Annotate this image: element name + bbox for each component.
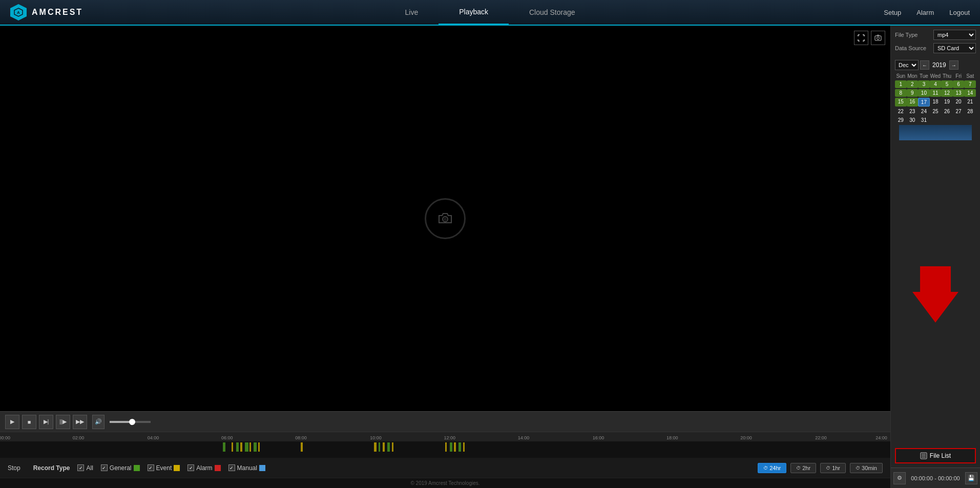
- cal-day-10[interactable]: 10: [918, 89, 930, 97]
- slow-forward-button[interactable]: ||▶: [56, 415, 70, 429]
- alarm-link[interactable]: Alarm: [916, 9, 934, 16]
- time-ctrl-30min[interactable]: ⏱ 30min: [850, 463, 883, 473]
- volume-slider[interactable]: [110, 421, 151, 423]
- time-label-4: 04:00: [148, 435, 159, 440]
- filter-all-label: All: [86, 464, 93, 472]
- svg-rect-2: [875, 36, 881, 40]
- prev-month-button[interactable]: ←: [920, 60, 929, 70]
- cal-day-3[interactable]: 3: [918, 80, 930, 88]
- data-source-select[interactable]: SD Card Cloud: [933, 43, 976, 53]
- filter-general-checkbox[interactable]: ✓: [101, 464, 108, 471]
- filter-alarm-label: Alarm: [196, 464, 212, 472]
- playback-controls-bar: ▶ ■ ▶| ||▶ ▶▶ 🔊: [0, 411, 890, 432]
- step-forward-button[interactable]: ▶|: [39, 415, 53, 429]
- time-ctrl-1hr-label: 1hr: [832, 465, 840, 471]
- timeline-tracks-row[interactable]: [0, 441, 890, 458]
- logout-link[interactable]: Logout: [949, 9, 970, 16]
- filter-event-label: Event: [156, 464, 172, 472]
- timeline-labels-row: 00:00 02:00 04:00 06:00 08:00 10:00 12:0…: [0, 432, 890, 441]
- cal-day-4[interactable]: 4: [930, 80, 942, 88]
- svg-text:A: A: [17, 10, 20, 15]
- setup-link[interactable]: Setup: [884, 9, 901, 16]
- day-name-tue: Tue: [918, 73, 930, 79]
- stop-button[interactable]: ■: [22, 415, 36, 429]
- rec-block: [301, 442, 302, 452]
- cal-day-2[interactable]: 2: [907, 80, 919, 88]
- cal-day-20[interactable]: 20: [953, 98, 965, 107]
- filter-general-color: [134, 465, 140, 471]
- time-ctrl-30min-icon: ⏱: [856, 465, 860, 471]
- rec-block: [232, 442, 233, 452]
- cal-day-28[interactable]: 28: [964, 108, 976, 115]
- cal-day-18[interactable]: 18: [930, 98, 942, 107]
- filter-alarm-checkbox[interactable]: ✓: [187, 464, 194, 471]
- rec-block: [450, 442, 452, 452]
- cal-day-empty-2: [941, 116, 953, 124]
- sidebar-settings-button[interactable]: ⚙: [893, 472, 906, 484]
- cal-day-23[interactable]: 23: [907, 108, 919, 115]
- file-type-select[interactable]: mp4 avi: [933, 30, 976, 40]
- cal-day-22[interactable]: 22: [895, 108, 907, 115]
- cal-day-29[interactable]: 29: [895, 116, 907, 124]
- cal-day-19[interactable]: 19: [941, 98, 953, 107]
- cal-day-24[interactable]: 24: [918, 108, 930, 115]
- cal-day-15[interactable]: 15: [895, 98, 907, 107]
- cal-day-7[interactable]: 7: [964, 80, 976, 88]
- nav-right: Setup Alarm Logout: [884, 9, 970, 16]
- cal-day-25[interactable]: 25: [930, 108, 942, 115]
- cal-day-12[interactable]: 12: [941, 89, 953, 97]
- cal-day-31[interactable]: 31: [918, 116, 930, 124]
- month-select[interactable]: Dec Jan Nov: [895, 60, 919, 70]
- time-ctrl-1hr[interactable]: ⏱ 1hr: [820, 463, 846, 473]
- footer: © 2019 Amcrest Technologies.: [0, 478, 890, 488]
- file-list-button[interactable]: File List: [895, 448, 976, 463]
- nav-item-live[interactable]: Live: [384, 0, 439, 25]
- filter-manual-checkbox[interactable]: ✓: [228, 464, 235, 471]
- file-type-row: File Type mp4 avi: [895, 30, 976, 40]
- cal-day-1[interactable]: 1: [895, 80, 907, 88]
- cal-day-5[interactable]: 5: [941, 80, 953, 88]
- play-button[interactable]: ▶: [5, 415, 19, 429]
- timeline-container: 00:00 02:00 04:00 06:00 08:00 10:00 12:0…: [0, 432, 890, 457]
- cal-week-5: 29 30 31: [895, 116, 976, 124]
- cal-day-26[interactable]: 26: [941, 108, 953, 115]
- save-button[interactable]: 💾: [965, 472, 977, 484]
- data-source-row: Data Source SD Card Cloud: [895, 43, 976, 53]
- nav-item-cloud-storage[interactable]: Cloud Storage: [509, 0, 596, 25]
- volume-button[interactable]: 🔊: [92, 415, 105, 429]
- cal-day-14[interactable]: 14: [964, 89, 976, 97]
- day-name-sat: Sat: [964, 73, 976, 79]
- cal-day-11[interactable]: 11: [930, 89, 942, 97]
- cal-day-30[interactable]: 30: [907, 116, 919, 124]
- filter-event-checkbox[interactable]: ✓: [148, 464, 154, 471]
- time-ctrl-24hr-icon: ⏱: [763, 465, 768, 471]
- cal-day-13[interactable]: 13: [953, 89, 965, 97]
- filter-all-checkbox[interactable]: ✓: [77, 464, 84, 471]
- fast-forward-button[interactable]: ▶▶: [73, 415, 87, 429]
- snapshot-button[interactable]: [871, 31, 885, 45]
- rec-block: [254, 442, 256, 452]
- camera-placeholder-icon: [425, 198, 466, 239]
- time-ctrl-2hr[interactable]: ⏱ 2hr: [790, 463, 816, 473]
- cal-day-8[interactable]: 8: [895, 89, 907, 97]
- rec-block: [445, 442, 447, 452]
- rec-block: [383, 442, 384, 452]
- cal-day-27[interactable]: 27: [953, 108, 965, 115]
- arrow-indicator-area: [891, 143, 980, 445]
- cal-day-9[interactable]: 9: [907, 89, 919, 97]
- fullscreen-button[interactable]: [854, 31, 868, 45]
- cal-day-16[interactable]: 16: [907, 98, 919, 107]
- calendar-grid: Sun Mon Tue Wed Thu Fri Sat 1 2 3 4 5 6 …: [895, 73, 976, 124]
- day-name-fri: Fri: [953, 73, 965, 79]
- day-name-sun: Sun: [895, 73, 907, 79]
- cal-day-6[interactable]: 6: [953, 80, 965, 88]
- time-ctrl-24hr[interactable]: ⏱ 24hr: [758, 463, 786, 473]
- svg-point-5: [444, 218, 446, 220]
- cal-week-2: 8 9 10 11 12 13 14: [895, 89, 976, 97]
- cal-week-1: 1 2 3 4 5 6 7: [895, 80, 976, 88]
- nav-item-playback[interactable]: Playback: [439, 0, 509, 25]
- cal-day-17[interactable]: 17: [918, 98, 930, 107]
- cal-day-21[interactable]: 21: [964, 98, 976, 107]
- time-label-10: 10:00: [370, 435, 382, 440]
- next-month-button[interactable]: →: [949, 60, 958, 70]
